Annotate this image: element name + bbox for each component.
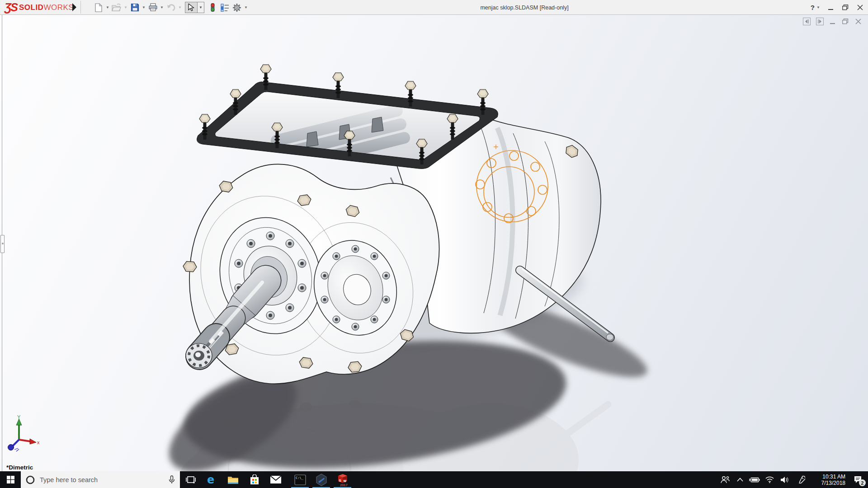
title-bar: ƷS SOLIDWORKS ▼ ▼	[0, 0, 868, 15]
system-tray: 10:31 AM 7/13/2018 2	[717, 471, 868, 488]
select-tool-dropdown[interactable]: ▼	[197, 2, 204, 13]
rebuild-traffic-light-icon	[210, 3, 216, 12]
solidworks-logo: ƷS SOLIDWORKS	[5, 1, 74, 14]
print-dropdown-caret[interactable]: ▼	[160, 2, 164, 14]
save-button[interactable]	[129, 2, 140, 14]
file-properties-button[interactable]	[219, 2, 230, 14]
undo-button[interactable]	[165, 2, 176, 14]
battery-button[interactable]	[747, 471, 762, 488]
close-button[interactable]	[856, 4, 863, 11]
document-window-controls	[803, 18, 862, 25]
svg-text:S: S	[339, 478, 341, 482]
restore-icon	[842, 5, 849, 10]
new-dropdown-caret[interactable]: ▼	[105, 2, 110, 14]
edge-icon: e	[206, 474, 218, 486]
graphics-viewport[interactable]: Y x *Dimetric	[0, 15, 868, 471]
taskbar-search-box[interactable]	[21, 471, 180, 488]
taskbar-item-command-prompt[interactable]: C:\_	[289, 471, 311, 488]
windows-logo-icon	[7, 476, 14, 483]
volume-button[interactable]	[777, 471, 793, 488]
save-dropdown-caret[interactable]: ▼	[142, 2, 146, 14]
pen-icon	[797, 476, 805, 483]
orientation-triad: Y x	[3, 414, 43, 452]
command-prompt-icon: C:\_	[294, 474, 306, 485]
doc-close-icon	[855, 19, 861, 24]
options-button[interactable]	[231, 2, 242, 14]
action-center-button[interactable]: 2	[847, 471, 868, 488]
taskbar-item-store[interactable]	[244, 471, 265, 488]
windows-ink-button[interactable]	[793, 471, 809, 488]
view-orientation-label: *Dimetric	[6, 464, 33, 471]
toolbar-separator	[80, 1, 81, 14]
quick-access-toolbar: ▼ ▼ ▼ ▼	[93, 0, 248, 15]
select-tool-button[interactable]	[185, 2, 197, 13]
cortana-icon	[25, 475, 35, 485]
mail-icon	[270, 475, 282, 484]
battery-charging-icon	[749, 477, 760, 483]
help-button[interactable]: ?	[811, 4, 815, 11]
hexagon-app-icon	[316, 474, 327, 486]
people-button[interactable]	[717, 471, 733, 488]
options-gear-icon	[232, 3, 241, 12]
search-input[interactable]	[40, 476, 164, 483]
pane-expand-right-button[interactable]	[816, 18, 824, 25]
doc-restore-button[interactable]	[842, 18, 849, 25]
notification-badge: 2	[859, 479, 866, 486]
menu-flyout-arrow-icon[interactable]	[72, 3, 76, 11]
taskbar-item-mail[interactable]	[265, 471, 286, 488]
wifi-button[interactable]	[762, 471, 777, 488]
gearbox-3d-model[interactable]	[0, 15, 868, 471]
undo-icon	[166, 4, 176, 11]
select-tool-group: ▼	[185, 2, 204, 13]
print-icon	[148, 3, 158, 12]
save-icon	[131, 3, 139, 12]
svg-text:W: W	[343, 479, 346, 482]
file-properties-icon	[221, 4, 229, 12]
print-button[interactable]	[147, 2, 158, 14]
triangle-left-icon	[804, 19, 809, 24]
options-dropdown-caret[interactable]: ▼	[244, 2, 248, 14]
svg-text:e: e	[207, 474, 214, 486]
titlebar-controls: ? ▼	[811, 0, 863, 15]
volume-icon	[780, 476, 789, 483]
undo-dropdown-caret[interactable]: ▼	[178, 2, 182, 14]
doc-minimize-icon	[830, 19, 835, 24]
taskbar-spacer	[286, 471, 289, 488]
microphone-icon[interactable]	[168, 475, 175, 485]
help-dropdown-caret[interactable]: ▼	[816, 2, 820, 14]
select-cursor-icon	[188, 4, 194, 11]
panel-splitter-handle[interactable]	[0, 235, 5, 253]
hidden-icons-button[interactable]	[733, 471, 747, 488]
rebuild-button[interactable]	[207, 2, 218, 14]
open-icon	[112, 4, 122, 12]
wordmark-works: WORKS	[43, 3, 74, 12]
sw-year-label: 2017	[340, 483, 348, 487]
triad-y-label: Y	[17, 414, 21, 420]
triangle-right-icon	[817, 19, 822, 24]
clock-time: 10:31 AM	[822, 474, 845, 480]
minimize-button[interactable]	[827, 4, 835, 11]
open-dropdown-caret[interactable]: ▼	[123, 2, 128, 14]
minimize-icon	[828, 5, 834, 10]
chevron-up-icon	[737, 478, 743, 482]
taskbar-item-edge[interactable]: e	[201, 471, 222, 488]
store-icon	[250, 474, 259, 485]
task-view-button[interactable]	[180, 471, 201, 488]
taskbar-item-solidworks[interactable]: S W 2017	[332, 471, 353, 488]
splitter-grip-dot	[2, 243, 4, 244]
doc-close-button[interactable]	[854, 18, 862, 25]
taskbar-clock[interactable]: 10:31 AM 7/13/2018	[809, 471, 847, 488]
open-button[interactable]	[111, 2, 122, 14]
solidworks-logo-glyph: ƷS	[5, 1, 17, 14]
new-document-icon	[94, 3, 103, 12]
doc-minimize-button[interactable]	[829, 18, 836, 25]
restore-button[interactable]	[842, 4, 849, 11]
taskbar-item-hexagon-app[interactable]	[311, 471, 332, 488]
taskbar-item-file-explorer[interactable]	[222, 471, 244, 488]
task-view-icon	[186, 475, 196, 484]
new-document-button[interactable]	[93, 2, 104, 14]
start-button[interactable]	[0, 471, 21, 488]
document-title: menjac sklop.SLDASM [Read-only]	[480, 0, 568, 15]
wifi-icon	[765, 476, 774, 483]
pane-collapse-left-button[interactable]	[803, 18, 811, 25]
